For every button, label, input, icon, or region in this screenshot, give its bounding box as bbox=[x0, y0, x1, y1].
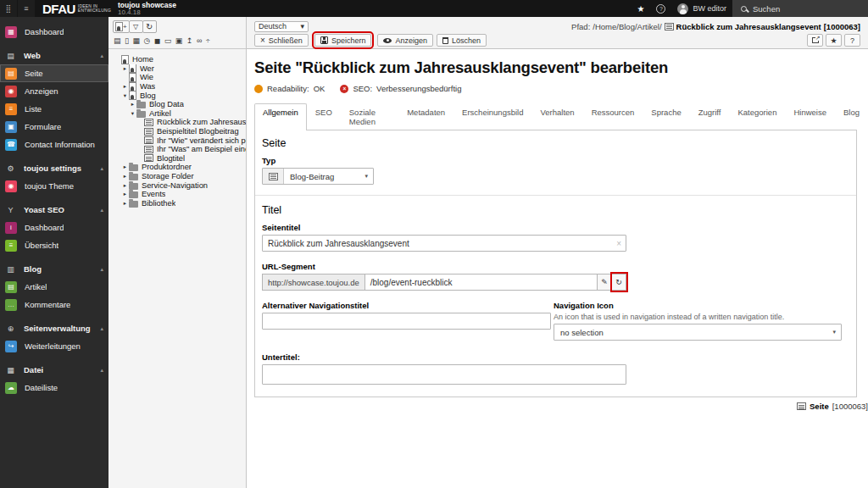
bookmark-button[interactable]: ★ bbox=[632, 0, 651, 17]
sidebar-item-anzeigen[interactable]: ◉ Anzeigen bbox=[0, 82, 108, 100]
tree-item-wer[interactable]: ▸Wer bbox=[114, 64, 246, 74]
collapse-arrow-icon[interactable]: ▾ bbox=[121, 92, 129, 99]
module-menu-toggle-button[interactable]: ⣿ bbox=[0, 0, 17, 17]
tab-sprache[interactable]: Sprache bbox=[643, 103, 689, 130]
tree-item-storage-folder[interactable]: ▸Storage Folder bbox=[114, 172, 246, 181]
expand-arrow-icon[interactable]: ▸ bbox=[121, 182, 129, 189]
sidebar-item-dateiliste[interactable]: ☁ Dateiliste bbox=[0, 379, 108, 396]
save-button[interactable]: Speichern bbox=[314, 34, 372, 47]
pagetype-standard-icon[interactable]: ▤ bbox=[114, 36, 121, 45]
tab-erscheinungsbild[interactable]: Erscheinungsbild bbox=[453, 103, 531, 130]
expand-arrow-icon[interactable]: ▸ bbox=[121, 65, 129, 72]
tab-soziale-medien[interactable]: Soziale Medien bbox=[341, 103, 398, 130]
bookmark-record-button[interactable]: ★ bbox=[826, 34, 842, 47]
expand-arrow-icon[interactable]: ▸ bbox=[121, 83, 129, 90]
tab-kategorien[interactable]: Kategorien bbox=[729, 103, 785, 130]
sidebar-section-web[interactable]: ▤ Web ▴ bbox=[0, 47, 108, 64]
sidebar-item-seite[interactable]: ▤ Seite bbox=[0, 64, 108, 82]
tree-item-blog[interactable]: ▾Blog bbox=[114, 91, 246, 100]
help-button[interactable]: ? bbox=[650, 0, 671, 17]
tab-blog[interactable]: Blog bbox=[835, 103, 868, 130]
tab-seo[interactable]: SEO bbox=[307, 103, 341, 130]
tree-item-artikel[interactable]: ▾Artikel bbox=[114, 109, 246, 119]
sidebar-section-yoast-seo[interactable]: Y Yoast SEO ▴ bbox=[0, 201, 108, 219]
sidebar-section-datei[interactable]: ▦ Datei ▴ bbox=[0, 361, 108, 379]
expand-arrow-icon[interactable]: ▸ bbox=[129, 101, 136, 108]
language-select[interactable]: Deutsch ▾ bbox=[254, 21, 309, 32]
tree-item-ihr-was[interactable]: Ihr "Was" am Beispiel einer bestimm bbox=[114, 145, 246, 154]
typ-select[interactable]: Blog-Beitrag ▾ bbox=[262, 168, 374, 185]
pagetype-folder-icon[interactable]: ▣ bbox=[175, 36, 183, 45]
url-recalculate-button[interactable]: ↻ bbox=[612, 274, 626, 291]
seitentitel-input[interactable]: Rückblick zum Jahresausklangsevent bbox=[268, 239, 409, 248]
new-page-button[interactable]: + bbox=[113, 20, 130, 33]
sidebar-item-formulare[interactable]: ▣ Formulare bbox=[0, 118, 108, 136]
expand-arrow-icon[interactable]: ▸ bbox=[121, 191, 129, 197]
filter-button[interactable]: ▽ bbox=[129, 20, 143, 33]
tab-zugriff[interactable]: Zugriff bbox=[690, 103, 730, 130]
pagetree-toggle-button[interactable]: ≡ bbox=[18, 0, 35, 17]
doc-help-button[interactable]: ? bbox=[844, 34, 860, 47]
untertitel-input[interactable] bbox=[262, 364, 626, 385]
chevron-up-icon: ▴ bbox=[100, 367, 103, 374]
search-button[interactable]: Suchen bbox=[732, 0, 868, 17]
sidebar-item-weiterleitungen[interactable]: ↪ Weiterleitungen bbox=[0, 337, 108, 355]
tree-item-blog-data[interactable]: ▸Blog Data bbox=[114, 100, 246, 109]
tree-item-bibliothek[interactable]: ▸Bibliothek bbox=[114, 199, 246, 208]
tree-item-ihr-wie[interactable]: Ihr "Wie" verändert sich permanent bbox=[114, 136, 246, 145]
url-segment-input[interactable]: /blog/event-rueckblick bbox=[364, 274, 598, 291]
tree-refresh-button[interactable]: ↻ bbox=[142, 20, 157, 33]
sidebar-item-toujou-theme[interactable]: ◉ toujou Theme bbox=[0, 177, 108, 195]
close-button[interactable]: × Schließen bbox=[254, 34, 309, 47]
tree-item-wie[interactable]: Wie bbox=[114, 73, 246, 82]
tree-item-was[interactable]: ▸Was bbox=[114, 82, 246, 92]
expand-arrow-icon[interactable]: ▸ bbox=[121, 164, 129, 170]
filter-icon: ▽ bbox=[133, 23, 138, 30]
tab-verhalten[interactable]: Verhalten bbox=[531, 103, 582, 130]
sidebar-section-blog[interactable]: ▥ Blog ▴ bbox=[0, 260, 108, 278]
sidebar-item-contact-information[interactable]: ☎ Contact Information bbox=[0, 136, 108, 153]
navicon-select[interactable]: no selection ▾ bbox=[554, 324, 842, 341]
pagetype-shortcut-icon[interactable]: ▦ bbox=[132, 36, 140, 45]
status-label: SEO: bbox=[353, 84, 372, 93]
open-in-new-window-button[interactable]: ↗ bbox=[807, 34, 823, 47]
pagetype-link-icon[interactable]: ∞ bbox=[197, 36, 202, 45]
tree-item-service-navigation[interactable]: ▸Service-Navigation bbox=[114, 180, 246, 190]
tab-allgemein[interactable]: Allgemein bbox=[254, 103, 307, 130]
tree-item-home[interactable]: Home bbox=[114, 55, 246, 64]
user-menu-button[interactable]: BW editor bbox=[671, 0, 732, 17]
sidebar-item-liste[interactable]: ≡ Liste bbox=[0, 100, 108, 118]
url-edit-toggle-button[interactable]: ✎ bbox=[598, 274, 612, 291]
expand-arrow-icon[interactable]: ▸ bbox=[121, 200, 129, 207]
url-segment-label: URL-Segment bbox=[262, 262, 846, 271]
altnav-input[interactable] bbox=[262, 313, 551, 330]
delete-button[interactable]: Löschen bbox=[437, 34, 487, 47]
sidebar-item-uebersicht[interactable]: ≡ Übersicht bbox=[0, 236, 108, 254]
sidebar-section-seitenverwaltung[interactable]: ⊕ Seitenverwaltung ▴ bbox=[0, 319, 108, 337]
pagetype-spacer-icon[interactable]: ▭ bbox=[164, 36, 172, 45]
tree-item-blogtitel[interactable]: Blogtitel bbox=[114, 154, 246, 164]
pagetype-mountpoint-icon[interactable]: ◼ bbox=[154, 36, 160, 45]
tree-item-produktordner[interactable]: ▸Produktordner bbox=[114, 163, 246, 172]
tab-metadaten[interactable]: Metadaten bbox=[398, 103, 453, 130]
tree-item-rueckblick[interactable]: Rückblick zum Jahresausklangsevent bbox=[114, 118, 246, 127]
sidebar-item-dashboard[interactable]: ▦ Dashboard bbox=[0, 23, 108, 41]
pagetype-recycler-icon[interactable]: ↥ bbox=[186, 36, 193, 45]
tab-hinweise[interactable]: Hinweise bbox=[785, 103, 835, 130]
view-button[interactable]: Anzeigen bbox=[377, 34, 433, 47]
sidebar-item-kommentare[interactable]: … Kommentare bbox=[0, 296, 108, 313]
sidebar-item-yoast-dashboard[interactable]: i Dashboard bbox=[0, 219, 108, 236]
collapse-arrow-icon[interactable]: ▾ bbox=[129, 110, 136, 117]
tree-item-beispieltitel[interactable]: Beispieltitel Blogbeitrag bbox=[114, 127, 246, 136]
sidebar-section-toujou-settings[interactable]: ⚙ toujou settings ▴ bbox=[0, 159, 108, 177]
pagetype-divider-icon[interactable]: ÷ bbox=[206, 36, 210, 45]
tab-ressourcen[interactable]: Ressourcen bbox=[583, 103, 643, 130]
pagetype-scheduled-icon[interactable]: ◷ bbox=[143, 36, 150, 45]
pagetype-page-icon[interactable]: ▯ bbox=[125, 36, 129, 45]
expand-arrow-icon[interactable]: ▸ bbox=[121, 173, 129, 180]
folder-icon bbox=[136, 102, 146, 108]
sidebar-item-artikel[interactable]: ▤ Artikel bbox=[0, 278, 108, 296]
tree-item-events[interactable]: ▸Events bbox=[114, 190, 246, 199]
seo-status-row: Readability: OK × SEO: Verbesserungsbedü… bbox=[254, 84, 868, 93]
clear-field-icon[interactable]: × bbox=[614, 239, 624, 248]
